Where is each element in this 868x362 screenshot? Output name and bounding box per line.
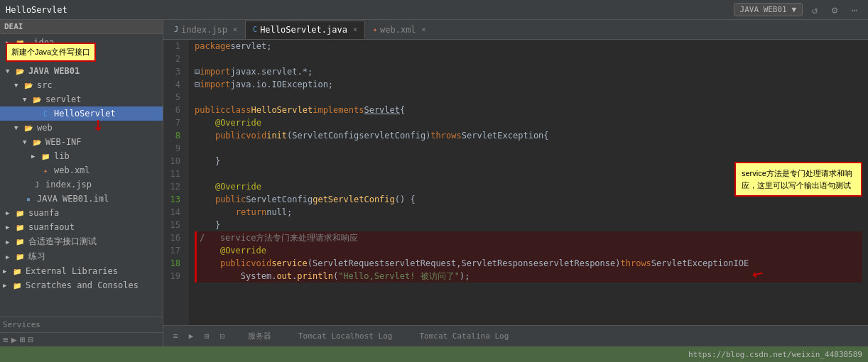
project-selector[interactable]: JAVA WEB01 ▼ (734, 3, 803, 16)
tab-index-jsp[interactable]: J index.jsp × (166, 21, 245, 39)
code-line (195, 53, 862, 65)
code-line: public class HelloServlet implements Ser… (195, 104, 862, 116)
refresh-btn[interactable]: ↺ (807, 2, 823, 18)
tab-webxml[interactable]: ✦ web.xml × (365, 21, 434, 39)
folder-open-icon: 📂 (23, 79, 34, 91)
folder-icon: 📁 (14, 251, 26, 263)
tab-helloservlet[interactable]: C HelloServlet.java × (245, 21, 365, 39)
folder-icon: 📁 (11, 280, 23, 291)
bottom-tab-server[interactable]: 服务器 (240, 329, 279, 344)
editor-area: J index.jsp × C HelloServlet.java × ✦ we… (163, 20, 868, 346)
panel-ctrl-2[interactable]: ▶ (185, 330, 197, 343)
sidebar-item-hezao[interactable]: ▶ 📁 合适造字接口测试 (0, 234, 163, 249)
bottom-tab-catalina-log[interactable]: Tomcat Catalina Log (411, 329, 516, 343)
folder-icon: 📁 (14, 221, 26, 233)
code-line (195, 142, 862, 155)
sidebar-item-src[interactable]: ▼ 📂 src (0, 78, 163, 92)
code-line: return null; (195, 206, 862, 219)
sidebar-item-helloservlet[interactable]: C HelloServlet (0, 106, 163, 121)
annotation-right: service方法是专门处理请求和响应，这里可以写个输出语句测试 (734, 162, 862, 197)
xml-icon: ✦ (40, 165, 51, 176)
status-url: https://blog.csdn.net/weixin_44838589 (688, 350, 862, 359)
sidebar-item-iml[interactable]: ▪ JAVA WEB01.iml (0, 192, 163, 206)
code-line: @Override (195, 116, 862, 129)
lib-icon: 📁 (40, 150, 51, 162)
panel-ctrl-1[interactable]: ≡ (169, 330, 182, 343)
sidebar-ctrl-4[interactable]: ⊟ (28, 334, 33, 345)
java-icon: C (40, 108, 51, 119)
sidebar-bottom-controls: ≡ ▶ ⊞ ⊟ (0, 332, 163, 346)
sidebar-item-suanfaout[interactable]: ▶ 📁 suanfaout (0, 220, 163, 234)
settings-btn[interactable]: ⚙ (827, 2, 842, 18)
services-label: Services (0, 317, 163, 332)
sidebar-ctrl-3[interactable]: ⊞ (20, 334, 26, 345)
sidebar-item-servlet-folder[interactable]: ▼ 📂 servlet (0, 92, 163, 106)
sidebar-ctrl-2[interactable]: ▶ (11, 334, 17, 345)
code-line (195, 91, 862, 104)
sidebar-tree: ▶ 📁 .idea ▶ 📁 JAVA WEB ▼ 📂 JAVA WEB01 ▼ … (0, 34, 163, 317)
sidebar: DEAI 新建个Java文件写接口 ↓ ▶ 📁 .idea ▶ 📁 JAVA W… (0, 20, 163, 346)
sidebar-ctrl-1[interactable]: ≡ (3, 334, 9, 345)
jsp-icon: J (31, 179, 43, 190)
sidebar-item-web[interactable]: ▼ 📂 web (0, 121, 163, 135)
panel-ctrl-4[interactable]: ⊟ (216, 330, 229, 343)
bottom-panel: ≡ ▶ ⊞ ⊟ 服务器 Tomcat Localhost Log Tomcat … (163, 325, 868, 346)
panel-ctrl-3[interactable]: ⊞ (200, 330, 213, 343)
folder-open-icon: 📂 (31, 136, 43, 148)
folder-icon: 📁 (14, 236, 26, 248)
status-bar: https://blog.csdn.net/weixin_44838589 (0, 346, 868, 362)
code-line-highlighted: @Override (195, 244, 862, 257)
sidebar-item-indexjsp[interactable]: J index.jsp (0, 177, 163, 192)
sidebar-item-webinf[interactable]: ▼ 📂 WEB-INF (0, 135, 163, 149)
code-line-highlighted: System.out.println("Hello,Servlet! 被访问了"… (195, 270, 862, 283)
tab-bar: J index.jsp × C HelloServlet.java × ✦ we… (163, 20, 868, 40)
code-line-highlighted: / service方法专门来处理请求和响应 (195, 231, 862, 244)
title-bar: HelloServlet JAVA WEB01 ▼ ↺ ⚙ ⋯ (0, 0, 868, 20)
title-text: HelloServlet (6, 5, 67, 15)
code-line: package servlet; (195, 40, 862, 53)
more-btn[interactable]: ⋯ (847, 2, 862, 18)
sidebar-item-webxml[interactable]: ✦ web.xml (0, 163, 163, 177)
sidebar-item-external-libs[interactable]: ▶ 📁 External Libraries (0, 264, 163, 278)
folder-icon: 📁 (14, 207, 26, 219)
sidebar-item-lib[interactable]: ▶ 📁 lib (0, 149, 163, 163)
folder-open-icon: 📂 (31, 94, 43, 105)
folder-open-icon: 📂 (23, 122, 34, 133)
sidebar-item-scratches[interactable]: ▶ 📁 Scratches and Consoles (0, 278, 163, 292)
annotation-topleft: 新建个Java文件写接口 (6, 43, 96, 62)
code-line: public void init(ServletConfig servletCo… (195, 129, 862, 142)
sidebar-item-lianxi[interactable]: ▶ 📁 练习 (0, 249, 163, 264)
code-line: } (195, 219, 862, 231)
iml-icon: ▪ (23, 193, 34, 204)
code-line-highlighted: public void service(ServletRequest servl… (195, 257, 862, 270)
sidebar-item-javaweb01[interactable]: ▼ 📂 JAVA WEB01 (0, 64, 163, 78)
folder-open-icon: 📂 (14, 65, 26, 77)
code-line: ⊟import java.io.IOException; (195, 78, 862, 91)
sidebar-item-suanfa[interactable]: ▶ 📁 suanfa (0, 206, 163, 220)
folder-icon: 📁 (11, 265, 23, 277)
code-line: ⊟import javax.servlet.*; (195, 65, 862, 78)
sidebar-header: DEAI (0, 20, 163, 34)
line-numbers: 1 2 3 4 5 6 7 8 ▶ 9 10 11 12 13 ▶ 14 (163, 40, 189, 325)
bottom-tab-localhost-log[interactable]: Tomcat Localhost Log (291, 329, 400, 343)
